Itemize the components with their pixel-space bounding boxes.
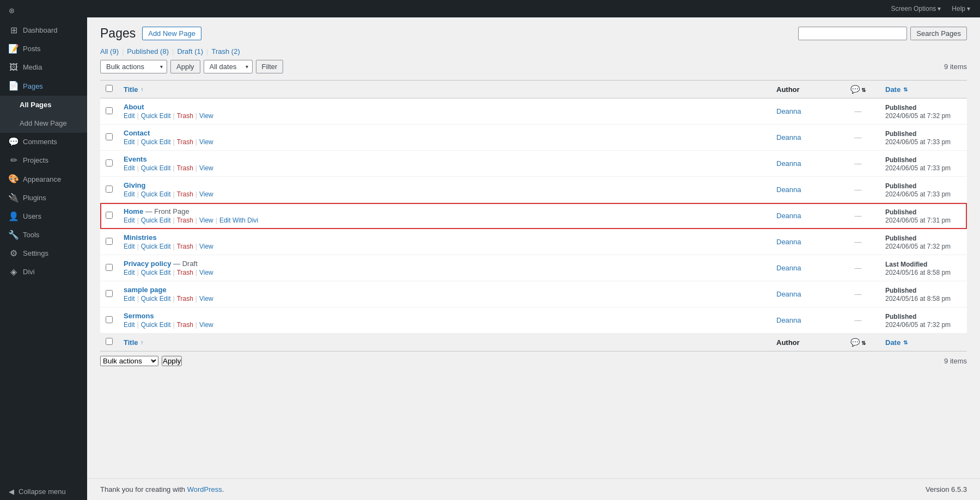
author-link[interactable]: Deanna bbox=[776, 133, 801, 141]
bulk-actions-select-top[interactable]: Bulk actionsEditMove to Trash bbox=[100, 60, 167, 73]
row-action-trash[interactable]: Trash bbox=[177, 138, 193, 146]
apply-button-bottom[interactable]: Apply bbox=[162, 356, 182, 366]
filter-published[interactable]: Published (8) bbox=[127, 47, 169, 55]
row-action-view[interactable]: View bbox=[199, 138, 213, 146]
row-action-edit[interactable]: Edit bbox=[124, 217, 135, 224]
row-action-quick-edit[interactable]: Quick Edit bbox=[141, 138, 171, 146]
collapse-menu-button[interactable]: ◀ Collapse menu bbox=[0, 483, 87, 500]
author-link[interactable]: Deanna bbox=[776, 107, 801, 115]
row-action-edit[interactable]: Edit bbox=[124, 269, 135, 276]
row-action-quick-edit[interactable]: Quick Edit bbox=[141, 243, 171, 250]
sort-date-link[interactable]: Date ⇅ bbox=[885, 85, 908, 94]
sidebar-item-media[interactable]: 🖼 Media bbox=[0, 58, 87, 77]
row-action-quick-edit[interactable]: Quick Edit bbox=[141, 295, 171, 303]
row-action-view[interactable]: View bbox=[199, 190, 213, 198]
page-title-link[interactable]: Contact bbox=[124, 129, 150, 137]
sidebar-item-posts[interactable]: 📝 Posts bbox=[0, 40, 87, 58]
row-action-edit[interactable]: Edit bbox=[124, 295, 135, 303]
row-action-quick-edit[interactable]: Quick Edit bbox=[141, 269, 171, 276]
row-action-trash[interactable]: Trash bbox=[177, 217, 193, 224]
row-action-view[interactable]: View bbox=[199, 295, 213, 303]
row-checkbox[interactable] bbox=[106, 159, 113, 166]
row-checkbox[interactable] bbox=[106, 316, 113, 323]
filter-trash[interactable]: Trash (2) bbox=[211, 47, 240, 55]
row-action-trash[interactable]: Trash bbox=[177, 164, 193, 172]
sidebar-item-users[interactable]: 👤 Users bbox=[0, 207, 87, 226]
row-action-view[interactable]: View bbox=[199, 217, 213, 224]
row-action-view[interactable]: View bbox=[199, 112, 213, 120]
author-link[interactable]: Deanna bbox=[776, 186, 801, 194]
sidebar-submenu-all-pages[interactable]: All Pages bbox=[0, 96, 87, 114]
row-action-edit[interactable]: Edit bbox=[124, 112, 135, 120]
sidebar-item-settings[interactable]: ⚙ Settings bbox=[0, 244, 87, 263]
page-title-link[interactable]: Privacy policy bbox=[124, 260, 171, 268]
filter-button[interactable]: Filter bbox=[256, 60, 284, 73]
search-input[interactable] bbox=[798, 27, 907, 40]
row-action-trash[interactable]: Trash bbox=[177, 190, 193, 198]
author-link[interactable]: Deanna bbox=[776, 316, 801, 324]
row-action-trash[interactable]: Trash bbox=[177, 321, 193, 329]
page-title-link[interactable]: sample page bbox=[124, 286, 167, 294]
sort-date-footer-link[interactable]: Date ⇅ bbox=[885, 338, 908, 347]
row-action-view[interactable]: View bbox=[199, 321, 213, 329]
row-action-trash[interactable]: Trash bbox=[177, 269, 193, 276]
row-action-trash[interactable]: Trash bbox=[177, 295, 193, 303]
page-title-link[interactable]: Ministries bbox=[124, 233, 157, 242]
row-action-quick-edit[interactable]: Quick Edit bbox=[141, 164, 171, 172]
page-title-link[interactable]: Sermons bbox=[124, 312, 154, 320]
row-action-view[interactable]: View bbox=[199, 243, 213, 250]
row-action-trash[interactable]: Trash bbox=[177, 112, 193, 120]
wordpress-link[interactable]: WordPress bbox=[187, 485, 222, 493]
page-title-link[interactable]: About bbox=[124, 103, 144, 111]
sort-title-footer-link[interactable]: Title ↑ bbox=[124, 338, 144, 347]
apply-button-top[interactable]: Apply bbox=[170, 60, 200, 73]
row-action-edit[interactable]: Edit bbox=[124, 164, 135, 172]
sidebar-item-projects[interactable]: ✏ Projects bbox=[0, 151, 87, 170]
bulk-actions-select-bottom[interactable]: Bulk actionsEditMove to Trash bbox=[100, 356, 158, 366]
author-link[interactable]: Deanna bbox=[776, 159, 801, 168]
sidebar-item-comments[interactable]: 💬 Comments bbox=[0, 133, 87, 151]
dates-select[interactable]: All dates bbox=[204, 60, 253, 73]
sidebar-submenu-add-new-page[interactable]: Add New Page bbox=[0, 114, 87, 133]
row-action-view[interactable]: View bbox=[199, 164, 213, 172]
search-pages-button[interactable]: Search Pages bbox=[910, 27, 967, 40]
sidebar-item-pages[interactable]: 📄 Pages bbox=[0, 77, 87, 96]
sidebar-item-tools[interactable]: 🔧 Tools bbox=[0, 226, 87, 244]
row-action-quick-edit[interactable]: Quick Edit bbox=[141, 112, 171, 120]
row-checkbox[interactable] bbox=[106, 238, 113, 245]
sidebar-item-plugins[interactable]: 🔌 Plugins bbox=[0, 189, 87, 207]
page-title-link[interactable]: Giving bbox=[124, 181, 145, 189]
page-title-link[interactable]: Home bbox=[124, 207, 143, 215]
sort-title-link[interactable]: Title ↑ bbox=[124, 85, 144, 94]
filter-draft[interactable]: Draft (1) bbox=[177, 47, 203, 55]
select-all-checkbox-top[interactable] bbox=[106, 85, 113, 92]
row-action-edit[interactable]: Edit bbox=[124, 321, 135, 329]
row-action-trash[interactable]: Trash bbox=[177, 243, 193, 250]
sidebar-item-appearance[interactable]: 🎨 Appearance bbox=[0, 170, 87, 189]
author-link[interactable]: Deanna bbox=[776, 264, 801, 272]
row-action-edit[interactable]: Edit bbox=[124, 190, 135, 198]
filter-all[interactable]: All (9) bbox=[100, 47, 119, 55]
author-link[interactable]: Deanna bbox=[776, 290, 801, 298]
row-action-view[interactable]: View bbox=[199, 269, 213, 276]
row-action-edit[interactable]: Edit bbox=[124, 138, 135, 146]
row-checkbox[interactable] bbox=[106, 264, 113, 271]
row-action-quick-edit[interactable]: Quick Edit bbox=[141, 190, 171, 198]
row-checkbox[interactable] bbox=[106, 186, 113, 193]
sidebar-item-divi[interactable]: ◈ Divi bbox=[0, 263, 87, 281]
add-new-page-button[interactable]: Add New Page bbox=[142, 27, 201, 40]
page-title-link[interactable]: Events bbox=[124, 155, 147, 163]
row-action-edit-with-divi[interactable]: Edit With Divi bbox=[219, 217, 258, 224]
row-checkbox[interactable] bbox=[106, 133, 113, 140]
help-button[interactable]: Help ▾ bbox=[948, 4, 973, 14]
screen-options-button[interactable]: Screen Options ▾ bbox=[888, 4, 945, 14]
row-action-edit[interactable]: Edit bbox=[124, 243, 135, 250]
row-checkbox[interactable] bbox=[106, 212, 113, 219]
author-link[interactable]: Deanna bbox=[776, 212, 801, 220]
sidebar-item-dashboard[interactable]: ⊞ Dashboard bbox=[0, 21, 87, 40]
row-checkbox[interactable] bbox=[106, 290, 113, 297]
row-action-quick-edit[interactable]: Quick Edit bbox=[141, 217, 171, 224]
row-checkbox[interactable] bbox=[106, 107, 113, 114]
select-all-checkbox-bottom[interactable] bbox=[106, 338, 113, 345]
row-action-quick-edit[interactable]: Quick Edit bbox=[141, 321, 171, 329]
